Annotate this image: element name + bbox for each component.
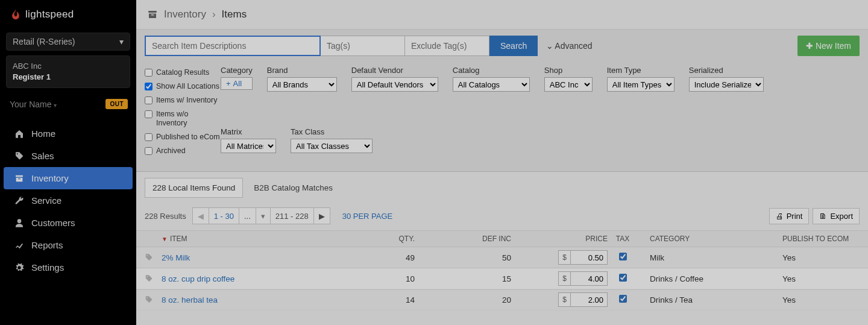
price-input[interactable]: $: [558, 271, 608, 286]
nav-label: Inventory: [31, 173, 69, 183]
publish-cell: Yes: [776, 274, 860, 283]
main: Inventory › Items Search ⌄ Advanced ✚ Ne…: [136, 0, 868, 325]
category-cell: Drinks / Coffee: [638, 274, 776, 283]
price-field[interactable]: [571, 293, 607, 306]
product-selector[interactable]: Retail (R-Series) ▾: [6, 33, 130, 51]
nav-home[interactable]: Home: [0, 122, 136, 145]
col-item[interactable]: ▼ITEM: [162, 235, 342, 243]
item-link[interactable]: 8 oz. cup drip coffee: [162, 274, 234, 283]
col-qty[interactable]: QTY.: [342, 235, 415, 243]
currency-symbol: $: [559, 272, 571, 285]
tax-checkbox[interactable]: [619, 253, 627, 260]
pager-range-2[interactable]: 211 - 228: [271, 208, 314, 224]
tax-checkbox[interactable]: [619, 295, 627, 303]
serialized-select[interactable]: Include Serialized: [689, 77, 764, 92]
gear-icon: [14, 263, 24, 273]
check-label: Archived: [156, 147, 186, 156]
print-button[interactable]: 🖨Print: [769, 208, 810, 224]
search-button[interactable]: Search: [489, 36, 538, 56]
flame-icon: [10, 8, 22, 21]
filter-label: Matrix: [221, 127, 276, 136]
checkbox[interactable]: [145, 110, 153, 118]
nav-customers[interactable]: Customers: [0, 212, 136, 234]
vendor-select[interactable]: All Default Vendors: [351, 77, 438, 92]
sort-desc-icon: ▼: [162, 236, 168, 242]
add-all-label: All: [233, 79, 242, 88]
check-items-wo-inventory[interactable]: Items w/o Inventory: [145, 110, 221, 128]
matrix-select[interactable]: All Matrices: [221, 139, 276, 153]
nav-inventory[interactable]: Inventory: [4, 167, 133, 189]
check-show-all-locations[interactable]: Show All Locations: [145, 82, 221, 91]
plus-icon: +: [226, 79, 231, 88]
col-definc[interactable]: DEF INC: [415, 235, 511, 243]
user-icon: [14, 218, 24, 228]
table-row: 2% Milk 49 50 $ Milk Yes: [136, 247, 868, 268]
chevron-down-icon: ▾: [119, 37, 124, 46]
filters: Catalog Results Show All Locations Items…: [136, 62, 868, 172]
export-group: 🖨Print 🗎Export: [769, 208, 860, 224]
col-tax[interactable]: TAX: [608, 235, 638, 243]
company-name: ABC Inc: [13, 61, 124, 72]
check-catalog-results[interactable]: Catalog Results: [145, 68, 221, 77]
company-box[interactable]: ABC Inc Register 1: [6, 55, 130, 88]
nav-sales[interactable]: Sales: [0, 145, 136, 167]
tab-b2b-matches[interactable]: B2B Catalog Matches: [254, 183, 333, 192]
catalog-select[interactable]: All Catalogs: [453, 77, 530, 92]
checkbox[interactable]: [145, 147, 153, 155]
export-button[interactable]: 🗎Export: [813, 208, 860, 224]
archive-icon: [147, 9, 158, 20]
new-item-button[interactable]: ✚ New Item: [797, 36, 860, 56]
col-category[interactable]: CATEGORY: [638, 235, 776, 243]
pager-dots[interactable]: ...: [239, 208, 256, 224]
checkbox[interactable]: [145, 69, 153, 77]
nav-reports[interactable]: Reports: [0, 234, 136, 256]
checkbox[interactable]: [145, 96, 153, 104]
filter-checkboxes: Catalog Results Show All Locations Items…: [145, 66, 221, 160]
col-publish[interactable]: PUBLISH TO ECOM: [776, 235, 860, 243]
item-type-select[interactable]: All Item Types: [607, 77, 675, 92]
advanced-toggle[interactable]: ⌄ Advanced: [546, 41, 592, 51]
exclude-tags-input[interactable]: [405, 36, 489, 56]
brand-select[interactable]: All Brands: [267, 77, 337, 92]
nav-label: Customers: [31, 218, 75, 228]
results-row: 228 Results ◀ 1 - 30 ... ▾ 211 - 228 ▶ 3…: [136, 204, 868, 230]
shop-select[interactable]: ABC Inc: [544, 77, 593, 92]
tax-checkbox[interactable]: [619, 274, 627, 282]
search-input[interactable]: [145, 36, 321, 56]
definc-cell: 15: [415, 274, 511, 283]
pager-range-1[interactable]: 1 - 30: [209, 208, 239, 224]
checkbox[interactable]: [145, 133, 153, 141]
items-table: ▼ITEM QTY. DEF INC PRICE TAX CATEGORY PU…: [136, 230, 868, 311]
pager-prev[interactable]: ◀: [193, 208, 209, 224]
breadcrumb-parent[interactable]: Inventory: [164, 8, 206, 21]
tags-input[interactable]: [321, 36, 405, 56]
check-archived[interactable]: Archived: [145, 147, 221, 156]
price-input[interactable]: $: [558, 292, 608, 307]
check-items-w-inventory[interactable]: Items w/ Inventory: [145, 96, 221, 105]
check-published-ecom[interactable]: Published to eCom: [145, 133, 221, 142]
chart-icon: [14, 241, 24, 250]
price-field[interactable]: [571, 251, 607, 264]
pager-dropdown[interactable]: ▾: [256, 208, 271, 224]
publish-cell: Yes: [776, 295, 860, 304]
col-price[interactable]: PRICE: [511, 235, 608, 243]
price-field[interactable]: [571, 272, 607, 285]
taxclass-select[interactable]: All Tax Classes: [291, 139, 373, 153]
archive-icon: [14, 174, 24, 183]
nav-service[interactable]: Service: [0, 189, 136, 212]
pager-next[interactable]: ▶: [314, 208, 330, 224]
out-badge[interactable]: OUT: [105, 99, 128, 109]
check-label: Catalog Results: [156, 68, 209, 77]
price-input[interactable]: $: [558, 250, 608, 265]
user-row[interactable]: Your Name ▾ OUT: [0, 88, 136, 119]
item-link[interactable]: 8 oz. herbal tea: [162, 295, 218, 304]
product-selector-label: Retail (R-Series): [13, 37, 75, 46]
tab-local-items[interactable]: 228 Local Items Found: [145, 178, 243, 198]
nav-settings[interactable]: Settings: [0, 256, 136, 279]
item-link[interactable]: 2% Milk: [162, 253, 190, 262]
per-page[interactable]: 30 PER PAGE: [342, 212, 393, 221]
category-cell: Milk: [638, 253, 776, 262]
add-all-button[interactable]: +All: [221, 77, 253, 90]
checkbox[interactable]: [145, 83, 153, 90]
user-name: Your Name: [10, 99, 52, 109]
